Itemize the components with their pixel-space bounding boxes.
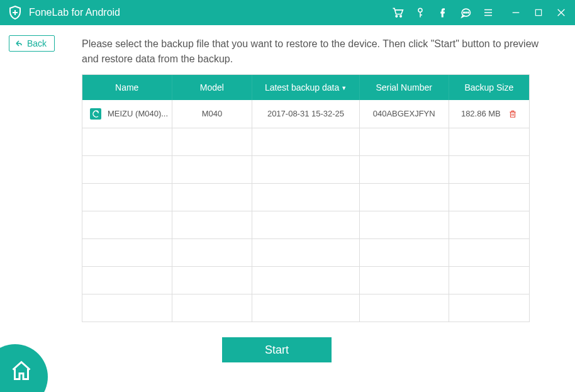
svg-point-7 bbox=[464, 12, 465, 13]
back-label: Back bbox=[27, 38, 47, 48]
svg-point-8 bbox=[466, 12, 467, 13]
home-icon bbox=[10, 359, 33, 382]
row-serial: 040ABGEXJFYN bbox=[359, 100, 449, 128]
titlebar-right bbox=[391, 6, 567, 19]
titlebar-left: FoneLab for Android bbox=[8, 5, 120, 20]
table-header-row: Name Model Latest backup data▼ Serial Nu… bbox=[82, 75, 529, 100]
back-button[interactable]: Back bbox=[9, 35, 55, 52]
table-row-empty bbox=[82, 155, 529, 183]
svg-point-4 bbox=[418, 8, 422, 12]
app-logo-icon bbox=[8, 5, 23, 20]
feedback-icon[interactable] bbox=[459, 6, 472, 19]
col-name[interactable]: Name bbox=[82, 75, 172, 100]
col-size[interactable]: Backup Size bbox=[449, 75, 529, 100]
maximize-icon[interactable] bbox=[532, 6, 545, 19]
row-model: M040 bbox=[172, 100, 252, 128]
close-icon[interactable] bbox=[555, 6, 567, 19]
menu-icon[interactable] bbox=[482, 6, 494, 19]
key-icon[interactable] bbox=[414, 6, 427, 19]
svg-point-2 bbox=[396, 16, 398, 18]
svg-point-9 bbox=[467, 12, 469, 13]
delete-icon[interactable] bbox=[508, 109, 517, 119]
instruction-text: Please select the backup file that you w… bbox=[82, 34, 545, 74]
row-size: 182.86 MB bbox=[461, 109, 501, 118]
table-row-empty bbox=[82, 294, 529, 322]
backup-table: Name Model Latest backup data▼ Serial Nu… bbox=[82, 74, 530, 322]
start-button[interactable]: Start bbox=[222, 337, 332, 362]
table-row-empty bbox=[82, 266, 529, 294]
table-row-empty bbox=[82, 211, 529, 238]
sort-caret-icon: ▼ bbox=[341, 85, 347, 91]
app-title: FoneLab for Android bbox=[29, 7, 120, 18]
col-model[interactable]: Model bbox=[172, 75, 252, 100]
minimize-icon[interactable] bbox=[510, 6, 522, 19]
table-row[interactable]: MEIZU (M040)... M040 2017-08-31 15-32-25… bbox=[82, 100, 529, 128]
svg-point-3 bbox=[400, 16, 402, 18]
back-arrow-icon bbox=[14, 40, 23, 47]
cart-icon[interactable] bbox=[391, 6, 404, 19]
device-icon bbox=[90, 108, 101, 120]
facebook-icon[interactable] bbox=[437, 6, 449, 19]
table-row-empty bbox=[82, 128, 529, 155]
row-name: MEIZU (M040)... bbox=[108, 109, 168, 118]
svg-rect-14 bbox=[535, 9, 541, 15]
col-latest-backup[interactable]: Latest backup data▼ bbox=[252, 75, 359, 100]
table-row-empty bbox=[82, 183, 529, 211]
titlebar: FoneLab for Android bbox=[0, 0, 575, 25]
row-latest-backup: 2017-08-31 15-32-25 bbox=[252, 100, 359, 128]
window-controls bbox=[510, 6, 567, 19]
table-row-empty bbox=[82, 238, 529, 266]
content-area: Back Please select the backup file that … bbox=[0, 25, 575, 362]
col-serial[interactable]: Serial Number bbox=[359, 75, 449, 100]
